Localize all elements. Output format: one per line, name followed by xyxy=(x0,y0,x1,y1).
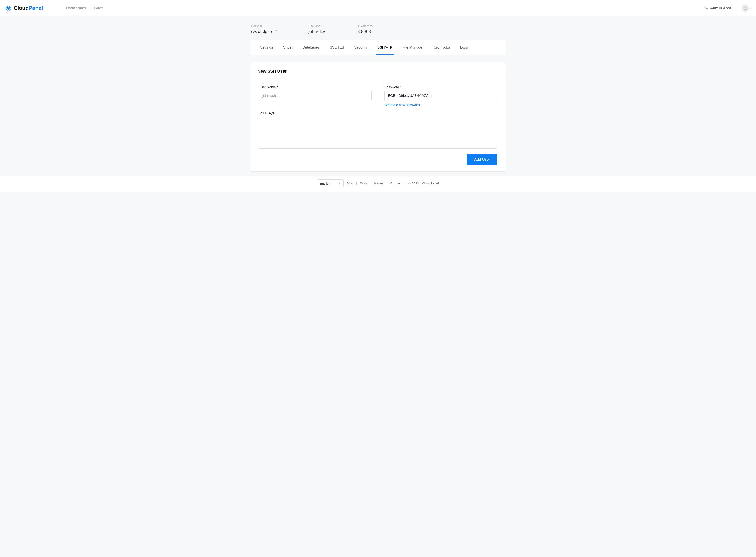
topbar: CloudPanel Dashboard Sites Admin Area ▾ xyxy=(0,0,756,17)
username-label: User Name * xyxy=(259,85,372,89)
form-actions: Add User xyxy=(259,154,497,165)
field-password: Password * Generate new password xyxy=(384,85,497,107)
cloud-logo-icon xyxy=(5,5,12,11)
info-ip-label: IP Address xyxy=(357,24,373,28)
separator: | xyxy=(370,181,371,185)
separator: | xyxy=(405,181,405,185)
form-title: New SSH User xyxy=(257,69,499,74)
generate-password-link[interactable]: Generate new password xyxy=(384,103,420,107)
form-header: New SSH User xyxy=(251,62,505,79)
tab-ssl-tls[interactable]: SSL/TLS xyxy=(325,40,349,55)
site-tabs: Settings Vhost Databases SSL/TLS Securit… xyxy=(251,40,505,55)
password-label: Password * xyxy=(384,85,497,89)
add-user-button[interactable]: Add User xyxy=(467,154,497,165)
info-user-value: john-doe xyxy=(308,29,326,34)
nav-dashboard[interactable]: Dashboard xyxy=(66,6,86,10)
field-ssh-keys: SSH Keys xyxy=(259,112,497,149)
brand-text-1: Cloud xyxy=(13,5,29,11)
footer: English ▾ Blog | Docs | Issues | Contact… xyxy=(0,176,756,192)
language-select[interactable]: English ▾ xyxy=(317,179,344,187)
sshkeys-label: SSH Keys xyxy=(259,112,497,115)
brand-text: CloudPanel xyxy=(13,5,43,11)
chevron-down-icon: ▾ xyxy=(750,7,751,10)
site-info-row: Domain www.clp.io Site User john-doe IP … xyxy=(251,17,505,40)
user-menu[interactable]: ▾ xyxy=(737,0,756,16)
chevron-down-icon: ▾ xyxy=(339,181,341,185)
external-link-icon[interactable] xyxy=(274,30,277,33)
info-domain-label: Domain xyxy=(251,24,277,28)
info-ip-value: 8.8.8.8 xyxy=(357,29,373,34)
footer-docs-link[interactable]: Docs xyxy=(360,181,368,185)
svg-point-4 xyxy=(706,8,707,9)
tab-logs[interactable]: Logs xyxy=(455,40,473,55)
admin-area-label: Admin Area xyxy=(710,6,731,10)
footer-contact-link[interactable]: Contact xyxy=(390,181,402,185)
nav-sites[interactable]: Sites xyxy=(94,6,103,10)
separator: | xyxy=(387,181,387,185)
svg-point-5 xyxy=(745,6,746,8)
password-input[interactable] xyxy=(384,91,497,101)
svg-point-3 xyxy=(704,6,706,8)
tab-vhost[interactable]: Vhost xyxy=(278,40,297,55)
info-domain-value[interactable]: www.clp.io xyxy=(251,29,272,34)
admin-users-gear-icon xyxy=(703,6,708,10)
tab-ssh-ftp[interactable]: SSH/FTP xyxy=(372,40,398,55)
separator: | xyxy=(356,181,357,185)
sshkeys-textarea[interactable] xyxy=(259,117,497,149)
footer-issues-link[interactable]: Issues xyxy=(374,181,384,185)
field-username: User Name * xyxy=(259,85,372,107)
tab-security[interactable]: Security xyxy=(349,40,372,55)
footer-brand: CloudPanel xyxy=(422,181,439,185)
new-ssh-user-card: New SSH User User Name * Password * Gene… xyxy=(251,62,505,172)
info-user-label: Site User xyxy=(308,24,326,28)
footer-blog-link[interactable]: Blog xyxy=(347,181,353,185)
topbar-right: Admin Area ▾ xyxy=(698,0,756,16)
top-navigation: Dashboard Sites xyxy=(56,0,698,16)
info-domain: Domain www.clp.io xyxy=(251,24,277,34)
brand-text-2: Panel xyxy=(29,5,43,11)
footer-copyright: © 2022 xyxy=(408,181,419,185)
info-site-user: Site User john-doe xyxy=(308,24,326,34)
language-value: English xyxy=(320,182,330,185)
admin-area-link[interactable]: Admin Area xyxy=(698,0,737,16)
logo-cell: CloudPanel xyxy=(0,0,56,16)
svg-line-6 xyxy=(275,30,276,32)
form-body: User Name * Password * Generate new pass… xyxy=(251,79,505,171)
avatar-icon xyxy=(742,5,749,12)
username-input[interactable] xyxy=(259,91,372,101)
tab-settings[interactable]: Settings xyxy=(255,40,278,55)
tab-databases[interactable]: Databases xyxy=(297,40,325,55)
tab-file-manager[interactable]: File Manager xyxy=(398,40,429,55)
info-ip: IP Address 8.8.8.8 xyxy=(357,24,373,34)
brand-logo[interactable]: CloudPanel xyxy=(5,5,43,11)
tab-cron-jobs[interactable]: Cron Jobs xyxy=(429,40,455,55)
